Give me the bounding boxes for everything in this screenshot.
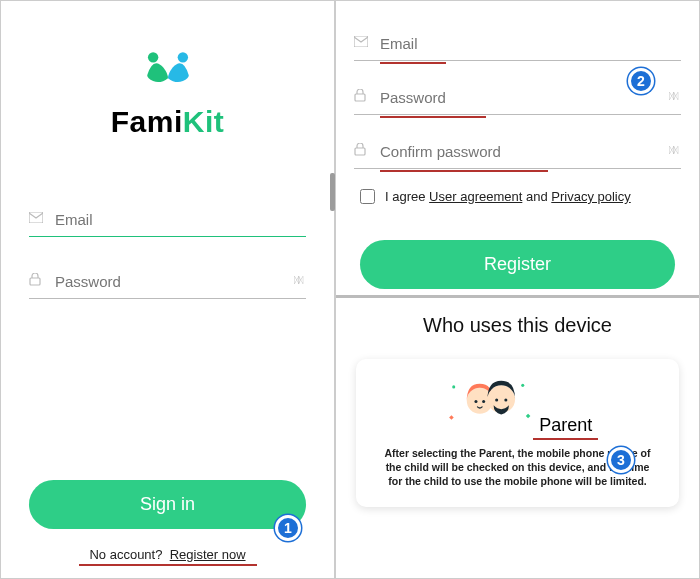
callout-2: 2 bbox=[628, 68, 654, 94]
svg-rect-3 bbox=[30, 278, 40, 285]
callout-3: 3 bbox=[608, 447, 634, 473]
svg-point-13 bbox=[495, 398, 498, 401]
annotation-underline bbox=[79, 564, 257, 566]
password-toggle-icon[interactable]: ᛞᛞ bbox=[669, 91, 677, 101]
signin-button[interactable]: Sign in bbox=[29, 480, 306, 529]
password-input[interactable] bbox=[29, 265, 306, 299]
lock-icon bbox=[29, 273, 41, 289]
famikit-logo-icon bbox=[130, 41, 206, 93]
agree-checkbox[interactable] bbox=[360, 189, 375, 204]
email-input[interactable] bbox=[29, 203, 306, 237]
svg-point-12 bbox=[487, 385, 515, 413]
password-field-wrap: ᛞᛞ bbox=[29, 265, 306, 299]
agree-and: and bbox=[526, 189, 548, 204]
lock-icon bbox=[354, 143, 366, 159]
reg-confirm-field-wrap: ᛞᛞ bbox=[354, 135, 681, 169]
svg-point-1 bbox=[177, 52, 187, 62]
brand-fami: Fami bbox=[111, 105, 183, 138]
brand-logo: FamiKit bbox=[29, 41, 306, 139]
reg-email-input[interactable] bbox=[354, 27, 681, 61]
annotation-underline bbox=[533, 438, 598, 440]
no-account-label: No account? bbox=[89, 547, 162, 562]
password-toggle-icon[interactable]: ᛞᛞ bbox=[294, 275, 302, 285]
register-button[interactable]: Register bbox=[360, 240, 675, 289]
brand-wordmark: FamiKit bbox=[29, 105, 306, 139]
annotation-underline bbox=[380, 116, 486, 118]
agree-text: I agree User agreement and Privacy polic… bbox=[385, 189, 631, 204]
who-title: Who uses this device bbox=[350, 314, 685, 337]
agree-row: I agree User agreement and Privacy polic… bbox=[360, 189, 681, 204]
role-text: Parent bbox=[539, 415, 592, 435]
register-prompt: No account? Register now bbox=[29, 547, 306, 562]
lock-icon bbox=[354, 89, 366, 105]
reg-email-field-wrap bbox=[354, 27, 681, 61]
brand-kit: Kit bbox=[183, 105, 225, 138]
register-now-link[interactable]: Register now bbox=[170, 547, 246, 562]
register-screen: ᛞᛞ ᛞᛞ I agree User agreement and Privacy… bbox=[336, 1, 699, 298]
svg-point-0 bbox=[147, 52, 157, 62]
user-agreement-link[interactable]: User agreement bbox=[429, 189, 522, 204]
svg-point-14 bbox=[504, 398, 507, 401]
role-label: Parent bbox=[539, 415, 592, 436]
svg-point-7 bbox=[452, 385, 455, 388]
svg-point-8 bbox=[521, 384, 524, 387]
svg-rect-6 bbox=[355, 148, 365, 155]
svg-point-10 bbox=[474, 400, 477, 403]
email-field-wrap bbox=[29, 203, 306, 237]
password-toggle-icon[interactable]: ᛞᛞ bbox=[669, 145, 677, 155]
agree-pre: I agree bbox=[385, 189, 425, 204]
parents-illustration-icon bbox=[443, 375, 535, 431]
envelope-icon bbox=[29, 211, 43, 226]
annotation-underline bbox=[380, 170, 548, 172]
annotation-underline bbox=[380, 62, 446, 64]
parent-card[interactable]: Parent After selecting the Parent, the m… bbox=[356, 359, 679, 507]
signin-screen: FamiKit ᛞᛞ Sign in No account? Register … bbox=[1, 1, 336, 578]
privacy-policy-link[interactable]: Privacy policy bbox=[551, 189, 630, 204]
callout-1: 1 bbox=[275, 515, 301, 541]
scrollbar-thumb[interactable] bbox=[330, 173, 335, 211]
envelope-icon bbox=[354, 35, 368, 50]
device-owner-screen: Who uses this device Pa bbox=[336, 298, 699, 578]
svg-rect-5 bbox=[355, 94, 365, 101]
reg-confirm-input[interactable] bbox=[354, 135, 681, 169]
svg-point-11 bbox=[482, 400, 485, 403]
